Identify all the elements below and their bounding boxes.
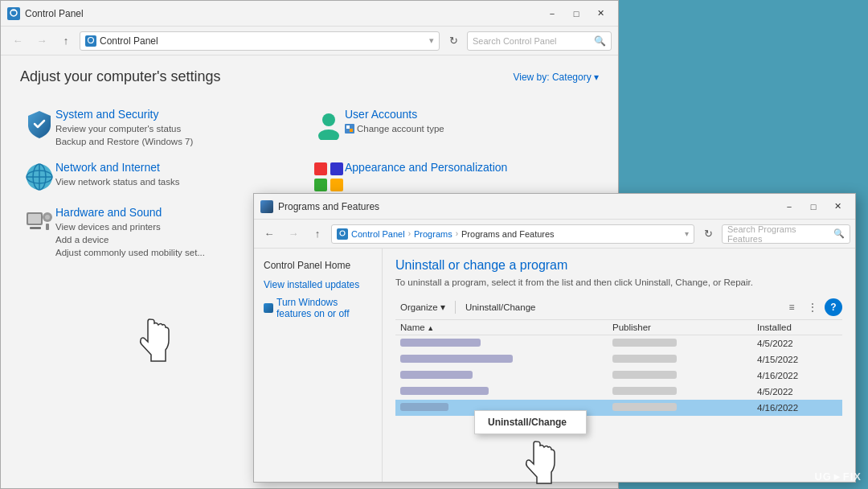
cp-search-box[interactable]: Search Control Panel 🔍	[467, 31, 612, 51]
pf-sidebar: Control Panel Home View installed update…	[254, 249, 383, 482]
pf-list-item-1[interactable]: 4/15/2022	[395, 351, 842, 368]
pf-address-icon	[337, 228, 348, 240]
uninstall-change-button[interactable]: Uninstall/Change	[461, 300, 541, 314]
item-2-date: 4/16/2022	[757, 371, 837, 380]
pf-address-dropdown-icon: ▾	[685, 229, 689, 238]
pf-close-button[interactable]: ✕	[826, 199, 849, 215]
cp-up-button[interactable]: ↑	[55, 31, 76, 51]
view-icon-button[interactable]: ≡	[783, 298, 800, 316]
pf-titlebar-icon	[260, 200, 273, 213]
cp-address-text: Control Panel	[100, 35, 158, 47]
pf-back-button[interactable]: ←	[259, 224, 280, 244]
cp-view-by-value[interactable]: Category ▾	[552, 72, 599, 83]
cp-refresh-button[interactable]: ↻	[443, 31, 464, 51]
appearance-text: Appearance and Personalization	[345, 161, 507, 175]
watermark: UG►FIX	[814, 471, 862, 483]
cp-maximize-button[interactable]: □	[565, 6, 588, 22]
svg-point-5	[322, 113, 335, 126]
pf-window-controls: − □ ✕	[778, 199, 849, 215]
item-3-date: 4/5/2022	[757, 387, 837, 397]
cat-user-accounts[interactable]: User Accounts Change account type	[309, 101, 599, 154]
appearance-name[interactable]: Appearance and Personalization	[345, 161, 507, 174]
pf-address-bar[interactable]: Control Panel › Programs › Programs and …	[331, 224, 694, 244]
cp-view-by: View by: Category ▾	[513, 72, 599, 83]
hardware-sub2[interactable]: Add a device	[55, 233, 205, 246]
pf-window-title: Programs and Features	[278, 201, 778, 212]
hardware-icon	[23, 206, 55, 238]
help-button[interactable]: ?	[825, 298, 842, 316]
list-header-publisher[interactable]: Publisher	[612, 323, 757, 332]
cp-back-button[interactable]: ←	[7, 31, 28, 51]
address-dropdown-icon: ▾	[429, 35, 434, 46]
svg-rect-2	[11, 10, 16, 11]
system-security-sub1[interactable]: Review your computer's status	[55, 122, 193, 135]
organize-button[interactable]: Organize	[395, 299, 450, 315]
svg-rect-9	[350, 129, 353, 132]
pf-main-title: Uninstall or change a program	[395, 258, 842, 273]
user-accounts-sub1[interactable]: Change account type	[345, 122, 444, 135]
pf-search-placeholder: Search Programs Features	[727, 224, 833, 244]
pf-maximize-button[interactable]: □	[802, 199, 825, 215]
cp-forward-button[interactable]: →	[31, 31, 52, 51]
pf-search-box[interactable]: Search Programs Features 🔍	[722, 224, 850, 244]
breadcrumb-programs[interactable]: Programs	[414, 229, 452, 239]
view-options-button[interactable]: ⋮	[804, 298, 821, 316]
user-accounts-name[interactable]: User Accounts	[345, 108, 444, 121]
breadcrumb-control-panel[interactable]: Control Panel	[351, 229, 405, 239]
pf-forward-button[interactable]: →	[283, 224, 304, 244]
cp-search-placeholder: Search Control Panel	[473, 36, 557, 46]
pf-up-button[interactable]: ↑	[307, 224, 328, 244]
hardware-sub1[interactable]: View devices and printers	[55, 220, 205, 233]
pf-sidebar-updates[interactable]: View installed updates	[254, 276, 382, 294]
hardware-name[interactable]: Hardware and Sound	[55, 206, 205, 219]
list-header-name[interactable]: Name	[400, 323, 612, 332]
appearance-icon	[313, 161, 345, 193]
pf-main: Uninstall or change a program To uninsta…	[383, 249, 855, 482]
item-4-date: 4/16/2022	[757, 403, 837, 413]
cp-main-title: Adjust your computer's settings	[20, 68, 221, 85]
user-accounts-text: User Accounts Change account type	[345, 108, 444, 135]
item-2-name	[400, 371, 612, 380]
pf-list: 4/5/2022 4/15/2022 4/16/2022	[395, 335, 842, 416]
list-header-installed[interactable]: Installed	[757, 323, 837, 332]
svg-rect-16	[330, 162, 343, 175]
action-separator-1	[455, 301, 456, 314]
item-1-pub	[612, 355, 757, 364]
pf-sidebar-features[interactable]: Turn Windows features on or off	[254, 294, 382, 323]
cp-address-icon	[85, 35, 96, 47]
pf-minimize-button[interactable]: −	[778, 199, 800, 215]
network-name[interactable]: Network and Internet	[55, 161, 179, 174]
pf-list-item-2[interactable]: 4/16/2022	[395, 368, 842, 384]
hardware-sub3[interactable]: Adjust commonly used mobility set...	[55, 246, 205, 259]
user-accounts-sub-icon	[345, 124, 354, 134]
context-menu: Uninstall/Change	[474, 410, 587, 434]
svg-rect-17	[314, 179, 327, 191]
item-0-name	[400, 339, 612, 348]
item-2-pub	[612, 371, 757, 380]
pf-list-item-4[interactable]: 4/16/2022	[395, 400, 842, 416]
item-1-date: 4/15/2022	[757, 355, 837, 364]
pf-list-item-0[interactable]: 4/5/2022	[395, 335, 842, 351]
pf-toolbar: ← → ↑ Control Panel › Programs › Program…	[254, 220, 855, 249]
svg-rect-30	[337, 228, 348, 240]
context-uninstall-change[interactable]: Uninstall/Change	[475, 413, 586, 432]
cp-address-bar[interactable]: Control Panel ▾	[80, 31, 440, 51]
pf-body: Control Panel Home View installed update…	[254, 249, 855, 482]
pf-list-item-3[interactable]: 4/5/2022	[395, 384, 842, 400]
cp-header: Adjust your computer's settings View by:…	[20, 68, 599, 85]
pf-subtitle: To uninstall a program, select it from t…	[395, 277, 842, 287]
pf-sidebar-home[interactable]: Control Panel Home	[254, 255, 382, 276]
cat-system-security[interactable]: System and Security Review your computer…	[20, 101, 309, 154]
cp-minimize-button[interactable]: −	[541, 6, 563, 22]
programs-features-window: Programs and Features − □ ✕ ← → ↑ Contro…	[253, 193, 856, 483]
pf-refresh-button[interactable]: ↻	[698, 224, 719, 244]
item-4-pub	[612, 403, 757, 413]
cp-close-button[interactable]: ✕	[589, 6, 612, 22]
svg-rect-18	[330, 179, 343, 191]
system-security-sub2[interactable]: Backup and Restore (Windows 7)	[55, 135, 193, 148]
network-icon	[23, 161, 55, 193]
system-security-name[interactable]: System and Security	[55, 108, 193, 121]
network-sub1[interactable]: View network status and tasks	[55, 175, 179, 188]
svg-point-23	[45, 215, 50, 220]
pf-action-bar: Organize Uninstall/Change ≡ ⋮ ?	[395, 295, 842, 320]
